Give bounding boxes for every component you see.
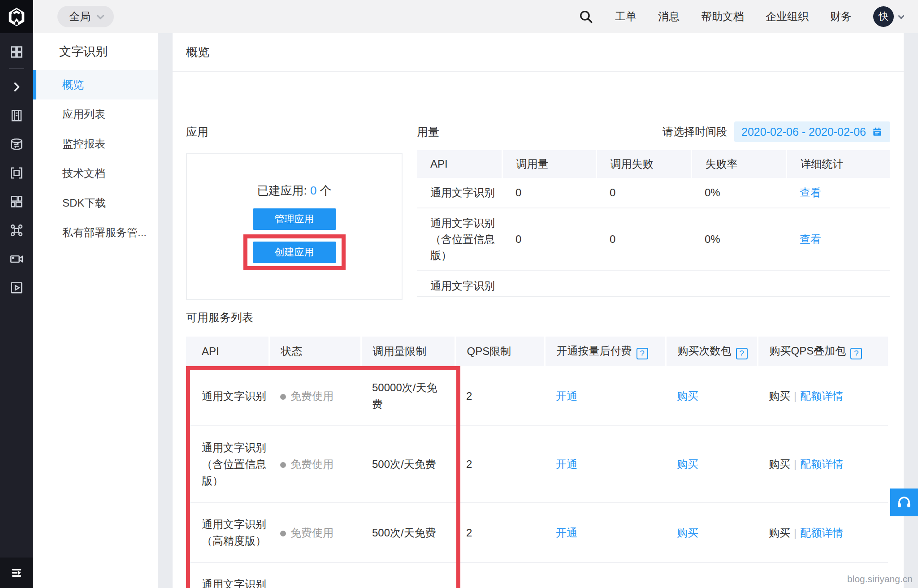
svc-col-qps-pack: 购买QPS叠加包?	[758, 337, 888, 366]
buy-qps-pack-link[interactable]: 购买	[769, 527, 790, 539]
services-header-row: API 状态 调用量限制 QPS限制 开通按量后付费? 购买次数包? 购买QPS…	[186, 337, 888, 366]
built-apps-line: 已建应用: 0 个	[257, 183, 331, 199]
rail-item-functions[interactable]	[0, 216, 33, 245]
usage-col-calls: 调用量	[502, 150, 596, 178]
rail-item-compute[interactable]	[0, 101, 33, 130]
service-row: 通用文字识别（高精度含位置版） 免费使用 50次/天免费 2 开通 购买 购买|…	[186, 562, 888, 588]
manage-app-button[interactable]: 管理应用	[253, 208, 336, 230]
view-detail-link[interactable]: 查看	[800, 233, 821, 245]
svc-quota: 500次/天免费	[361, 502, 455, 562]
buy-qps-pack-link[interactable]: 购买	[769, 390, 790, 402]
view-detail-link[interactable]: 查看	[800, 186, 821, 199]
quota-detail-link[interactable]: 配额详情	[800, 527, 843, 539]
apps-grid-icon	[9, 44, 24, 60]
service-row: 通用文字识别 免费使用 50000次/天免费 2 开通 购买 购买|配额详情	[186, 366, 888, 426]
services-section-heading: 可用服务列表	[186, 310, 888, 325]
search-button[interactable]	[578, 9, 593, 24]
svc-col-api: API	[186, 337, 269, 366]
svc-quota: 50次/天免费	[361, 562, 455, 588]
rail-item-container[interactable]	[0, 159, 33, 187]
usage-calls: 0	[502, 178, 596, 208]
brand-logo[interactable]	[0, 0, 33, 33]
topnav-tickets[interactable]: 工单	[615, 9, 637, 24]
service-row: 通用文字识别（含位置信息版） 免费使用 500次/天免费 2 开通 购买 购买|…	[186, 426, 888, 502]
topnav-enterprise-org[interactable]: 企业组织	[766, 9, 809, 24]
rail-item-dashboard[interactable]	[0, 38, 33, 66]
help-icon[interactable]: ?	[736, 348, 748, 359]
usage-failures: 0	[596, 178, 691, 208]
rail-item-storage[interactable]	[0, 130, 33, 159]
usage-api-name: 通用文字识别（含位置信息版）	[417, 208, 502, 271]
topbar-right: 工单 消息 帮助文档 企业组织 财务 快	[578, 6, 918, 27]
play-icon	[9, 280, 24, 295]
usage-calls: 0	[502, 208, 596, 271]
quota-detail-link[interactable]: 配额详情	[800, 458, 843, 470]
topnav-help-docs[interactable]: 帮助文档	[701, 9, 744, 24]
svc-status: 免费使用	[280, 390, 333, 402]
rail-item-expand[interactable]	[0, 73, 33, 101]
buy-package-link[interactable]: 购买	[677, 390, 698, 402]
usage-section-heading: 用量	[417, 125, 439, 139]
calendar-icon	[871, 126, 883, 138]
activate-link[interactable]: 开通	[556, 390, 577, 402]
product-title: 文字识别	[33, 33, 158, 70]
svc-col-quota: 调用量限制	[361, 337, 455, 366]
support-fab-button[interactable]	[890, 489, 918, 516]
built-apps-unit: 个	[320, 184, 332, 197]
avatar[interactable]: 快	[873, 6, 894, 27]
svc-qps: 2	[455, 366, 545, 426]
rail-item-widgets[interactable]	[0, 187, 33, 216]
svc-qps: 2	[455, 562, 545, 588]
rail-item-media[interactable]	[0, 245, 33, 273]
help-icon[interactable]: ?	[637, 348, 648, 359]
sidebar-item-monitor-report[interactable]: 监控报表	[33, 129, 158, 159]
svc-col-postpaid: 开通按量后付费?	[545, 337, 666, 366]
activate-link[interactable]: 开通	[556, 458, 577, 470]
region-scope-dropdown[interactable]: 全局	[57, 6, 114, 27]
svc-col-qps: QPS限制	[455, 337, 545, 366]
status-dot-icon	[280, 462, 286, 468]
quota-detail-link[interactable]: 配额详情	[800, 390, 843, 402]
create-app-button[interactable]: 创建应用	[253, 242, 336, 263]
buy-package-link[interactable]: 购买	[677, 458, 698, 470]
app-card: 已建应用: 0 个 管理应用 创建应用	[186, 153, 403, 300]
built-apps-label: 已建应用:	[257, 184, 307, 197]
buy-package-link[interactable]: 购买	[677, 527, 698, 539]
region-scope-label: 全局	[69, 9, 91, 24]
page-header: 概览	[173, 33, 904, 72]
topnav-messages[interactable]: 消息	[658, 9, 680, 24]
widgets-icon	[9, 194, 24, 209]
svc-quota: 500次/天免费	[361, 426, 455, 502]
usage-header-row: API 调用量 调用失败 失败率 详细统计	[417, 150, 890, 178]
sidebar-item-private-deploy[interactable]: 私有部署服务管...	[33, 218, 158, 247]
usage-api-name: 通用文字识别	[417, 178, 502, 208]
account-menu[interactable]: 快	[873, 6, 903, 27]
service-row: 通用文字识别（高精度版） 免费使用 500次/天免费 2 开通 购买 购买|配额…	[186, 502, 888, 562]
highlight-box-create-app: 创建应用	[243, 234, 346, 270]
services-table: API 状态 调用量限制 QPS限制 开通按量后付费? 购买次数包? 购买QPS…	[186, 337, 888, 588]
database-icon	[9, 137, 24, 152]
collapse-sidebar-button[interactable]	[0, 558, 33, 588]
usage-failure-rate: 0%	[691, 271, 786, 297]
activate-link[interactable]: 开通	[556, 527, 577, 539]
date-range-picker[interactable]: 2020-02-06 - 2020-02-06	[734, 121, 890, 142]
topnav-finance[interactable]: 财务	[830, 9, 852, 24]
help-icon[interactable]: ?	[850, 348, 862, 359]
chevron-down-icon	[898, 13, 904, 19]
usage-col-failures: 调用失败	[596, 150, 691, 178]
sidebar-item-tech-docs[interactable]: 技术文档	[33, 159, 158, 188]
svc-status: 免费使用	[280, 527, 333, 539]
usage-section: 用量 请选择时间段 2020-02-06 - 2020-02-06	[417, 121, 890, 297]
sidebar-item-sdk-download[interactable]: SDK下载	[33, 188, 158, 218]
rail-item-video[interactable]	[0, 273, 33, 302]
status-dot-icon	[280, 531, 286, 536]
svc-quota: 50000次/天免费	[361, 366, 455, 426]
sidebar-item-overview[interactable]: 概览	[33, 70, 158, 99]
sidebar-item-app-list[interactable]: 应用列表	[33, 99, 158, 129]
frame-icon	[9, 165, 24, 181]
view-detail-link[interactable]: 查看	[800, 296, 821, 297]
usage-table: API 调用量 调用失败 失败率 详细统计 通用文字识别 0 0 0% 查看	[417, 150, 890, 297]
services-table-wrap: API 状态 调用量限制 QPS限制 开通按量后付费? 购买次数包? 购买QPS…	[186, 337, 888, 588]
usage-row: 通用文字识别（含生僻字版） 0 0 0% 查看	[417, 271, 890, 297]
buy-qps-pack-link[interactable]: 购买	[769, 458, 790, 470]
